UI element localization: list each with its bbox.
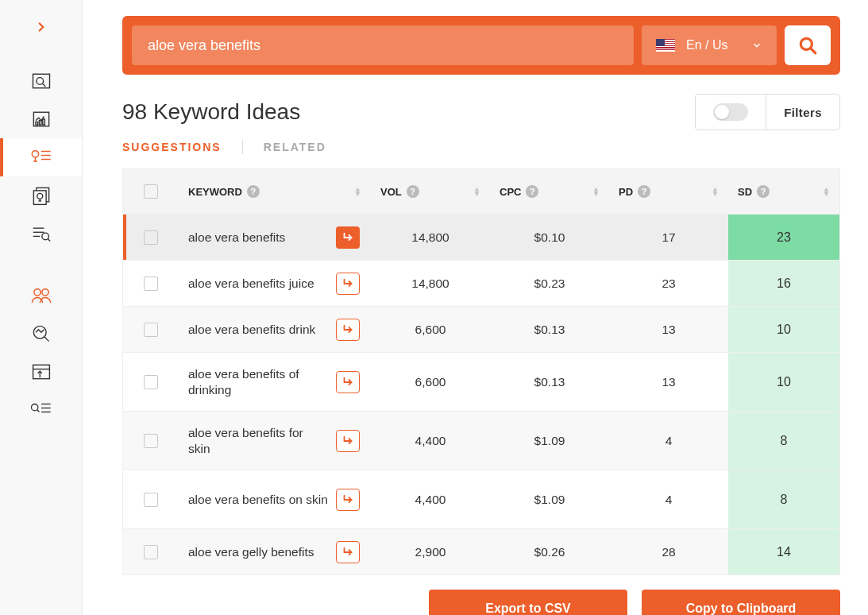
sd-cell: 23 (728, 215, 839, 260)
keyword-text: aloe vera benefits drink (188, 322, 328, 337)
th-pd[interactable]: PD ? ▲▼ (609, 185, 728, 198)
pd-cell: 17 (609, 230, 728, 245)
filters-button[interactable]: Filters (766, 95, 839, 130)
row-checkbox[interactable] (144, 375, 158, 389)
search-button[interactable] (785, 25, 831, 65)
export-csv-button[interactable]: Export to CSV (429, 590, 627, 615)
sidebar-item-competitors[interactable] (0, 277, 82, 315)
sidebar-item-audit[interactable] (0, 315, 82, 353)
page-title: 98 Keyword Ideas (122, 99, 300, 125)
select-all-checkbox[interactable] (144, 184, 158, 199)
svg-point-25 (33, 326, 46, 338)
cpc-cell: $1.09 (490, 434, 609, 448)
keyword-text: aloe vera gelly benefits (188, 544, 328, 559)
row-checkbox[interactable] (144, 493, 158, 507)
search-icon (797, 35, 818, 56)
table-actions: Export to CSV Copy to Clipboard (122, 590, 840, 615)
search-bar: En / Us (122, 16, 840, 75)
sidebar (0, 0, 83, 615)
help-icon[interactable]: ? (638, 185, 650, 198)
copy-clipboard-button[interactable]: Copy to Clipboard (642, 590, 840, 615)
analyze-keyword-button[interactable] (336, 541, 360, 563)
svg-point-7 (32, 151, 38, 157)
svg-line-36 (811, 48, 816, 53)
row-checkbox[interactable] (144, 545, 158, 559)
sd-cell: 14 (728, 529, 839, 574)
analyze-keyword-button[interactable] (336, 319, 360, 341)
keyword-text: aloe vera benefits for skin (188, 425, 328, 456)
table-row[interactable]: aloe vera benefits drink 6,600 $0.13 13 … (123, 306, 839, 352)
svg-line-31 (37, 410, 39, 412)
help-icon[interactable]: ? (407, 185, 419, 198)
cpc-cell: $0.10 (490, 230, 609, 245)
th-sd[interactable]: SD ? ▲▼ (728, 185, 839, 198)
vol-cell: 4,400 (371, 434, 490, 448)
keyword-text: aloe vera benefits of drinking (188, 366, 328, 397)
region-label: En / Us (686, 38, 727, 52)
svg-point-23 (33, 289, 40, 296)
sd-cell: 8 (728, 470, 839, 528)
tab-divider (242, 140, 243, 154)
tab-related[interactable]: RELATED (264, 141, 326, 153)
table-row[interactable]: aloe vera benefits for skin 4,400 $1.09 … (123, 411, 839, 470)
table-row[interactable]: aloe vera benefits 14,800 $0.10 17 23 (123, 214, 839, 260)
row-checkbox[interactable] (144, 323, 158, 337)
svg-rect-0 (33, 74, 49, 88)
tab-suggestions[interactable]: SUGGESTIONS (122, 141, 222, 153)
sidebar-item-overview[interactable] (0, 62, 82, 100)
table-row[interactable]: aloe vera benefits juice 14,800 $0.23 23… (123, 260, 839, 306)
search-input[interactable] (132, 25, 634, 65)
sort-icon[interactable]: ▲▼ (712, 187, 719, 196)
sort-icon[interactable]: ▲▼ (354, 187, 361, 196)
table-row[interactable]: aloe vera gelly benefits 2,900 $0.26 28 … (123, 528, 839, 574)
row-checkbox[interactable] (144, 277, 158, 291)
vol-cell: 2,900 (371, 545, 490, 559)
pd-cell: 28 (609, 545, 728, 559)
sort-icon[interactable]: ▲▼ (592, 187, 600, 196)
vol-cell: 6,600 (371, 323, 490, 337)
analyze-keyword-button[interactable] (336, 371, 360, 393)
help-icon[interactable]: ? (247, 185, 260, 198)
svg-rect-4 (36, 122, 38, 126)
vol-cell: 14,800 (371, 230, 490, 245)
sidebar-item-keyword-lists[interactable] (0, 391, 82, 429)
svg-line-2 (42, 83, 45, 87)
pd-cell: 13 (609, 323, 728, 337)
keyword-text: aloe vera benefits juice (188, 276, 328, 291)
view-toggle[interactable] (713, 103, 748, 121)
svg-rect-5 (39, 121, 41, 125)
region-select[interactable]: En / Us (642, 25, 777, 65)
help-icon[interactable]: ? (757, 185, 770, 198)
sidebar-collapse-button[interactable] (29, 14, 54, 40)
sidebar-item-traffic[interactable] (0, 100, 82, 138)
sidebar-item-list-search[interactable] (0, 215, 82, 253)
th-keyword[interactable]: KEYWORD ? ▲▼ (179, 185, 371, 198)
pd-cell: 4 (609, 434, 728, 448)
pd-cell: 23 (609, 277, 728, 291)
sidebar-item-content-ideas[interactable] (0, 176, 82, 215)
analyze-keyword-button[interactable] (336, 430, 360, 452)
us-flag-icon (656, 39, 675, 52)
filters-label: Filters (784, 106, 822, 119)
tabs: SUGGESTIONS RELATED (122, 140, 840, 154)
th-checkbox (123, 184, 179, 199)
table-row[interactable]: aloe vera benefits on skin 4,400 $1.09 4… (123, 470, 839, 528)
sidebar-item-rank-tracking[interactable] (0, 353, 82, 391)
help-icon[interactable]: ? (526, 185, 538, 198)
vol-cell: 4,400 (371, 493, 490, 507)
vol-cell: 14,800 (371, 277, 490, 291)
filters-panel: Filters (695, 94, 840, 130)
analyze-keyword-button[interactable] (336, 489, 360, 511)
analyze-keyword-button[interactable] (336, 226, 360, 249)
th-vol[interactable]: VOL ? ▲▼ (371, 185, 490, 198)
row-checkbox[interactable] (144, 230, 158, 245)
table-row[interactable]: aloe vera benefits of drinking 6,600 $0.… (123, 352, 839, 411)
sort-icon[interactable]: ▲▼ (823, 187, 830, 196)
sort-icon[interactable]: ▲▼ (473, 187, 480, 196)
row-checkbox[interactable] (144, 434, 158, 448)
cpc-cell: $1.09 (490, 493, 609, 507)
sd-cell: 16 (728, 261, 839, 306)
sidebar-item-keyword-ideas[interactable] (0, 138, 82, 176)
analyze-keyword-button[interactable] (336, 273, 360, 295)
th-cpc[interactable]: CPC ? ▲▼ (490, 185, 609, 198)
